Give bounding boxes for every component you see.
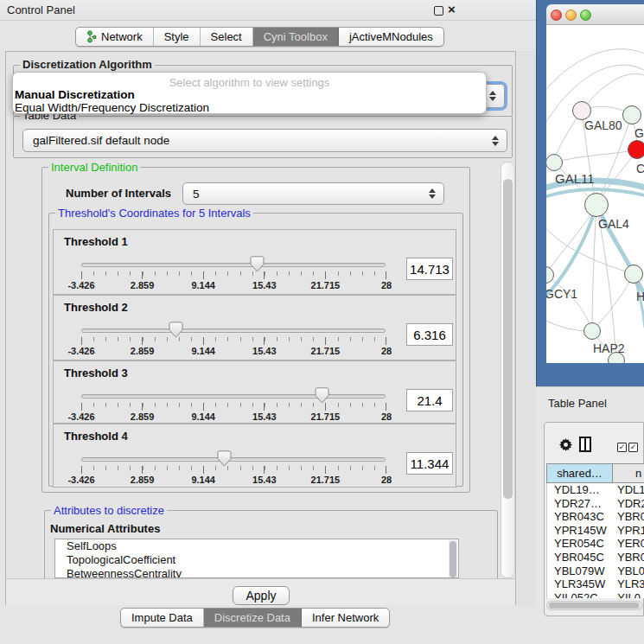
scrollbar-thumb[interactable] bbox=[549, 603, 639, 609]
threshold-4-value-field[interactable]: 11.344 bbox=[406, 452, 453, 475]
slider-major-ticks bbox=[81, 466, 386, 474]
threshold-1-value-field[interactable]: 14.713 bbox=[406, 258, 453, 280]
cell-shared-name: YIL052C bbox=[547, 591, 613, 598]
tick-label: 21.715 bbox=[311, 411, 341, 422]
column-header-name[interactable]: n bbox=[613, 463, 644, 483]
zoom-traffic-light-icon[interactable] bbox=[580, 10, 591, 21]
minimize-traffic-light-icon[interactable] bbox=[565, 10, 577, 21]
table-panel: Table Panel ✓ ✓ shared… n YDL19… bbox=[536, 386, 644, 644]
network-node[interactable] bbox=[622, 105, 641, 124]
content-scrollbar[interactable] bbox=[501, 162, 515, 578]
numerical-attributes-list[interactable]: SelfLoopsTopologicalCoefficientBetweenne… bbox=[54, 539, 459, 578]
network-node[interactable] bbox=[584, 193, 609, 217]
tab-discretize-data-label: Discretize Data bbox=[214, 611, 290, 624]
list-item[interactable]: BetweennessCentrality bbox=[55, 567, 458, 578]
threshold-3-slider-track[interactable] bbox=[81, 394, 386, 399]
node-label: GCY1 bbox=[546, 287, 577, 301]
tab-discretize-data[interactable]: Discretize Data bbox=[204, 609, 302, 627]
network-window-titlebar[interactable] bbox=[546, 4, 644, 25]
table-row[interactable]: YPR145W YPR1 bbox=[547, 524, 644, 538]
network-node[interactable] bbox=[583, 322, 601, 340]
scrollbar-thumb[interactable] bbox=[503, 179, 513, 499]
table-horizontal-scrollbar[interactable] bbox=[546, 601, 643, 610]
network-canvas[interactable]: GAL80GACGAL11GAL4GCY1HHAP2 bbox=[546, 25, 644, 363]
table-row[interactable]: YDL19… YDL1 bbox=[547, 483, 644, 497]
slider-tick-labels: -3.4262.8599.14415.4321.71528 bbox=[81, 346, 386, 356]
tab-cyni-toolbox-label: Cyni Toolbox bbox=[264, 30, 328, 43]
table-data-selected: galFiltered.sif default node bbox=[23, 134, 169, 147]
attributes-group-title: Attributes to discretize bbox=[51, 504, 167, 517]
network-node[interactable] bbox=[572, 101, 591, 120]
tab-cyni-toolbox[interactable]: Cyni Toolbox bbox=[253, 28, 339, 46]
threshold-2-slider-thumb[interactable] bbox=[169, 322, 183, 338]
apply-button[interactable]: Apply bbox=[233, 586, 290, 605]
table-row[interactable]: YLR345W YLR3 bbox=[547, 577, 644, 591]
threshold-2-value-field[interactable]: 6.316 bbox=[406, 323, 453, 346]
table-row[interactable]: YBR045C YBR0 bbox=[547, 551, 644, 564]
gear-icon[interactable] bbox=[559, 438, 572, 451]
cell-name: YBR0 bbox=[613, 510, 644, 524]
cell-shared-name: YBR045C bbox=[547, 551, 613, 564]
popup-option-equal-width[interactable]: Equal Width/Frequency Discretization bbox=[15, 101, 209, 114]
threshold-2-slider-track[interactable] bbox=[81, 328, 386, 333]
tick-label: 21.715 bbox=[311, 346, 341, 356]
network-node[interactable] bbox=[546, 154, 563, 171]
network-graph-icon bbox=[86, 30, 97, 43]
close-icon[interactable]: × bbox=[448, 2, 456, 16]
table-panel-title: Table Panel bbox=[548, 397, 607, 410]
table-data-combobox[interactable]: galFiltered.sif default node bbox=[22, 129, 507, 152]
num-intervals-combobox[interactable]: 5 bbox=[182, 182, 444, 205]
column-header-shared[interactable]: shared… bbox=[546, 463, 613, 483]
tick-label: 21.715 bbox=[311, 280, 341, 290]
threshold-3-value-field[interactable]: 21.4 bbox=[406, 389, 453, 411]
panel-title: Control Panel bbox=[7, 3, 75, 16]
threshold-4-slider-track[interactable] bbox=[81, 457, 386, 462]
tick-label: 2.859 bbox=[131, 346, 155, 356]
cyni-toolbox-content: Discretization Algorithm Select algorith… bbox=[5, 51, 516, 605]
cell-name: YDL1 bbox=[613, 483, 644, 497]
slider-tick-labels: -3.4262.8599.14415.4321.71528 bbox=[81, 475, 386, 485]
tab-jactivemnodules-label: jActiveMNodules bbox=[349, 30, 433, 43]
threshold-1-label: Threshold 1 bbox=[64, 235, 128, 248]
checkbox-icon[interactable]: ✓ bbox=[628, 443, 638, 452]
tick-label: 15.43 bbox=[252, 346, 277, 356]
algorithm-dropdown-popup: Select algorithm to view settings Manual… bbox=[12, 72, 487, 114]
tick-label: 2.859 bbox=[131, 280, 155, 290]
table-row[interactable]: YIL052C YIL0 bbox=[547, 591, 644, 598]
tab-style[interactable]: Style bbox=[154, 28, 201, 46]
checkbox-icon[interactable]: ✓ bbox=[617, 443, 627, 452]
network-node[interactable] bbox=[628, 140, 644, 159]
tab-select[interactable]: Select bbox=[201, 28, 253, 46]
tab-network[interactable]: Network bbox=[76, 28, 154, 46]
list-item[interactable]: SelfLoops bbox=[55, 539, 458, 553]
split-columns-icon[interactable] bbox=[579, 437, 591, 452]
network-node[interactable] bbox=[624, 265, 643, 284]
threshold-1-slider-thumb[interactable] bbox=[250, 256, 265, 272]
table-row[interactable]: YDR27… YDR2 bbox=[547, 497, 644, 511]
tick-label: 9.144 bbox=[191, 475, 215, 485]
tab-infer-network[interactable]: Infer Network bbox=[302, 609, 389, 627]
tick-label: 28 bbox=[381, 475, 392, 485]
apply-row: Apply bbox=[6, 578, 515, 605]
threshold-4-slider-thumb[interactable] bbox=[217, 450, 232, 467]
node-label: C bbox=[636, 162, 644, 175]
slider-major-ticks bbox=[81, 403, 386, 411]
tab-jactivemnodules[interactable]: jActiveMNodules bbox=[339, 28, 443, 46]
close-traffic-light-icon[interactable] bbox=[551, 10, 562, 21]
table-row[interactable]: YER054C YER0 bbox=[547, 537, 644, 551]
node-label: GA bbox=[634, 126, 644, 140]
cell-shared-name: YDR27… bbox=[547, 497, 613, 511]
table-row[interactable]: YBR043C YBR0 bbox=[547, 510, 644, 524]
list-scrollbar[interactable] bbox=[449, 540, 457, 578]
float-window-icon[interactable] bbox=[434, 6, 443, 16]
list-item[interactable]: TopologicalCoefficient bbox=[55, 553, 458, 567]
table-row[interactable]: YBL079W YBL0 bbox=[547, 564, 644, 578]
threshold-1-slider-track[interactable] bbox=[81, 263, 386, 267]
num-intervals-value: 5 bbox=[183, 188, 200, 201]
threshold-3-slider-thumb[interactable] bbox=[315, 387, 329, 404]
threshold-panel-4: Threshold 4 -3.4262.8599.14415.4321.7152… bbox=[53, 424, 456, 488]
tick-label: 15.43 bbox=[252, 475, 277, 485]
popup-option-manual[interactable]: Manual Discretization bbox=[15, 88, 135, 101]
node-label: GAL80 bbox=[584, 118, 622, 132]
tab-impute-data[interactable]: Impute Data bbox=[121, 609, 204, 627]
